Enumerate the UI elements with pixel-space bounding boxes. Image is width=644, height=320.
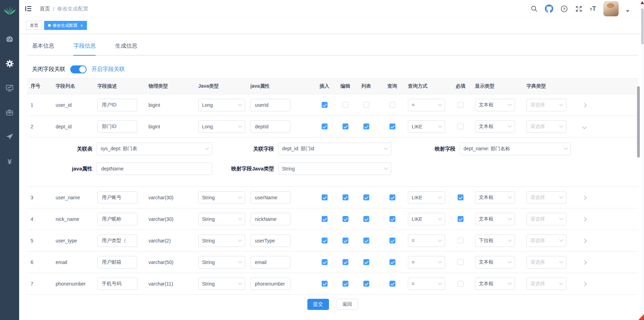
- scroll-up-arrow[interactable]: [641, 1, 644, 4]
- required-checkbox[interactable]: [458, 102, 464, 108]
- dict-type-select[interactable]: 请选择: [526, 278, 566, 290]
- required-checkbox[interactable]: [458, 259, 464, 265]
- desc-input[interactable]: [97, 256, 137, 269]
- sidebar-item-tool[interactable]: [0, 101, 19, 125]
- java-field-input[interactable]: [250, 256, 290, 269]
- list-checkbox[interactable]: [363, 281, 369, 287]
- query-checkbox[interactable]: [389, 238, 395, 243]
- java-type-select[interactable]: String: [198, 234, 245, 247]
- tag-current[interactable]: 修改生成配置 ×: [44, 21, 87, 30]
- query-type-select[interactable]: =: [408, 256, 445, 269]
- required-checkbox[interactable]: [458, 216, 464, 222]
- java-type-select[interactable]: String: [198, 213, 245, 225]
- list-checkbox[interactable]: [363, 238, 369, 243]
- insert-checkbox[interactable]: [322, 123, 328, 129]
- sidebar-toggle-icon[interactable]: [25, 5, 32, 12]
- edit-checkbox[interactable]: [343, 281, 348, 287]
- display-type-select[interactable]: 下拉框: [475, 234, 515, 247]
- query-type-select[interactable]: =: [408, 234, 445, 247]
- insert-checkbox[interactable]: [322, 238, 328, 243]
- list-checkbox[interactable]: [363, 194, 369, 200]
- relation-table-select[interactable]: sys_dept: 部门表: [97, 143, 212, 155]
- relation-field-select[interactable]: dept_id: 部门id: [278, 143, 391, 155]
- query-checkbox[interactable]: [389, 123, 395, 129]
- github-icon[interactable]: [545, 5, 553, 13]
- close-icon[interactable]: ×: [80, 23, 83, 28]
- desc-input[interactable]: [97, 120, 137, 133]
- association-on-label[interactable]: 开启字段关联: [91, 66, 125, 73]
- query-checkbox[interactable]: [389, 281, 395, 287]
- required-checkbox[interactable]: [458, 281, 464, 287]
- expand-icon[interactable]: [582, 217, 587, 222]
- insert-checkbox[interactable]: [322, 216, 328, 222]
- display-type-select[interactable]: 文本框: [475, 191, 515, 204]
- java-type-select[interactable]: String: [198, 256, 245, 269]
- display-type-select[interactable]: 文本框: [475, 120, 515, 133]
- tab-generate-info[interactable]: 生成信息: [115, 42, 137, 56]
- java-type-select[interactable]: String: [198, 191, 245, 204]
- java-attr-input[interactable]: [97, 162, 212, 175]
- dict-type-select[interactable]: 请选择: [526, 256, 566, 269]
- insert-checkbox[interactable]: [322, 102, 328, 108]
- display-type-select[interactable]: 文本框: [475, 256, 515, 269]
- display-type-select[interactable]: 文本框: [475, 99, 515, 111]
- query-checkbox[interactable]: [389, 194, 395, 200]
- required-checkbox[interactable]: [458, 238, 464, 243]
- help-icon[interactable]: ?: [561, 5, 568, 13]
- insert-checkbox[interactable]: [322, 194, 328, 200]
- desc-input[interactable]: [97, 278, 137, 290]
- edit-checkbox[interactable]: [343, 238, 348, 243]
- list-checkbox[interactable]: [363, 259, 369, 265]
- dict-type-select[interactable]: 请选择: [526, 99, 566, 111]
- desc-input[interactable]: [97, 213, 137, 225]
- java-field-input[interactable]: [250, 234, 290, 247]
- display-type-select[interactable]: 文本框: [475, 278, 515, 290]
- list-checkbox[interactable]: [363, 102, 369, 108]
- expand-icon[interactable]: [582, 282, 587, 286]
- edit-checkbox[interactable]: [343, 259, 348, 265]
- expand-icon[interactable]: [582, 260, 587, 265]
- query-type-select[interactable]: =: [408, 278, 445, 290]
- dict-type-select[interactable]: 请选择: [526, 120, 566, 133]
- insert-checkbox[interactable]: [322, 259, 328, 265]
- table-scrollbar[interactable]: [637, 86, 640, 298]
- list-checkbox[interactable]: [363, 123, 369, 129]
- mapping-field-select[interactable]: dept_name: 部门名称: [460, 143, 571, 155]
- insert-checkbox[interactable]: [322, 281, 328, 287]
- dict-type-select[interactable]: 请选择: [526, 234, 566, 247]
- java-field-input[interactable]: [250, 278, 290, 290]
- expand-icon[interactable]: [582, 195, 587, 200]
- required-checkbox[interactable]: [458, 194, 464, 200]
- expand-icon[interactable]: [582, 239, 587, 243]
- font-size-icon[interactable]: TT: [590, 5, 596, 13]
- desc-input[interactable]: [97, 99, 137, 111]
- display-type-select[interactable]: 文本框: [475, 213, 515, 225]
- logo[interactable]: [3, 3, 16, 17]
- avatar[interactable]: [603, 1, 619, 16]
- page-scrollbar[interactable]: [641, 0, 644, 320]
- dict-type-select[interactable]: 请选择: [526, 213, 566, 225]
- desc-input[interactable]: [97, 191, 137, 204]
- dict-type-select[interactable]: 请选择: [526, 191, 566, 204]
- association-toggle[interactable]: [70, 65, 87, 73]
- mapping-java-type-select[interactable]: String: [278, 162, 391, 175]
- edit-checkbox[interactable]: [343, 216, 348, 222]
- java-type-select[interactable]: Long: [198, 120, 245, 133]
- java-field-input[interactable]: [250, 191, 290, 204]
- java-type-select[interactable]: String: [198, 278, 245, 290]
- table-scrollbar-thumb[interactable]: [637, 86, 640, 158]
- java-field-input[interactable]: [250, 213, 290, 225]
- list-checkbox[interactable]: [363, 216, 369, 222]
- breadcrumb-home[interactable]: 首页: [40, 6, 50, 12]
- edit-checkbox[interactable]: [343, 194, 348, 200]
- tab-field-info[interactable]: 字段信息: [73, 42, 96, 56]
- search-icon[interactable]: [531, 5, 538, 12]
- expand-icon[interactable]: [582, 103, 587, 107]
- tab-basic-info[interactable]: 基本信息: [32, 42, 54, 56]
- sidebar-item-monitor[interactable]: [0, 77, 19, 101]
- tag-home[interactable]: 首页: [26, 21, 42, 30]
- edit-checkbox[interactable]: [343, 102, 348, 108]
- query-type-select[interactable]: LIKE: [408, 191, 445, 204]
- fullscreen-icon[interactable]: [575, 5, 582, 13]
- java-type-select[interactable]: Long: [198, 99, 245, 111]
